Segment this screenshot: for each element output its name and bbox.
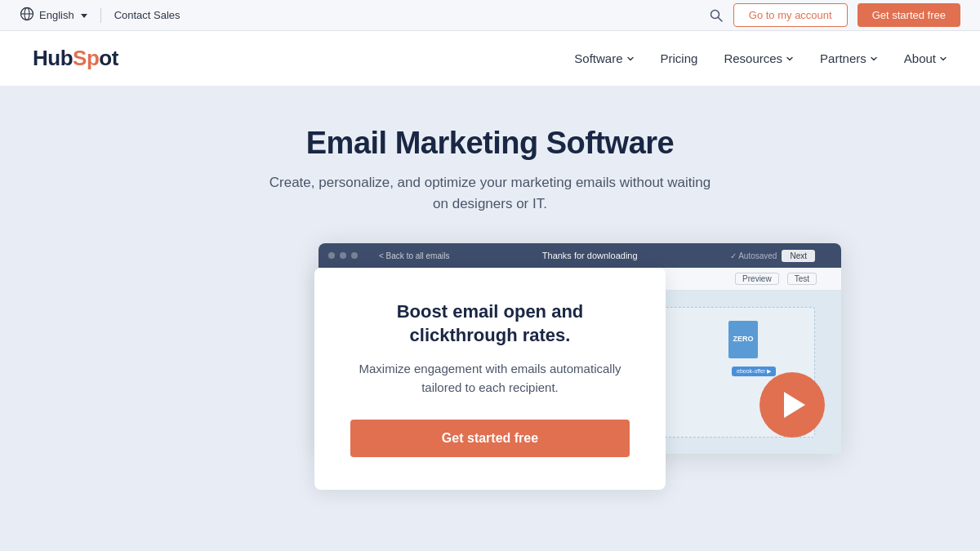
chevron-down-icon-about bbox=[939, 55, 947, 63]
browser-test-btn[interactable]: Test bbox=[787, 273, 817, 285]
go-to-account-button[interactable]: Go to my account bbox=[733, 3, 848, 27]
browser-preview-btn[interactable]: Preview bbox=[735, 273, 779, 285]
chevron-down-icon-software bbox=[626, 55, 635, 63]
browser-dot-3 bbox=[351, 252, 358, 259]
play-button[interactable] bbox=[760, 372, 825, 438]
hero-subtitle: Create, personalize, and optimize your m… bbox=[261, 172, 719, 214]
contact-sales-link[interactable]: Contact Sales bbox=[114, 9, 180, 21]
nav-item-about[interactable]: About bbox=[904, 51, 947, 65]
browser-dot-1 bbox=[328, 252, 335, 259]
logo-dot-char: p bbox=[87, 46, 99, 71]
ebook-book-container: ZERO ebook-offer ▶ bbox=[728, 321, 769, 370]
logo[interactable]: HubSpot bbox=[33, 46, 118, 71]
language-selector[interactable]: English bbox=[20, 7, 87, 24]
feature-card-subtitle: Maximize engagement with emails automati… bbox=[350, 360, 630, 397]
get-started-free-topbar-button[interactable]: Get started free bbox=[858, 3, 960, 27]
logo-hub: Hub bbox=[33, 46, 73, 71]
browser-tab-actions: Preview Test bbox=[735, 273, 817, 285]
top-bar: English Contact Sales Go to my account G… bbox=[0, 0, 980, 31]
nav-item-resources[interactable]: Resources bbox=[724, 51, 794, 65]
nav-links: Software Pricing Resources Partners Abou… bbox=[574, 51, 947, 65]
globe-icon bbox=[20, 7, 34, 24]
ebook-book: ZERO bbox=[728, 321, 758, 358]
logo-ot: ot bbox=[99, 46, 118, 71]
browser-dot-2 bbox=[340, 252, 346, 259]
language-dropdown-arrow bbox=[81, 14, 87, 18]
chevron-down-icon-resources bbox=[786, 55, 794, 63]
browser-autosaved: ✓ Autosaved Next bbox=[730, 250, 815, 262]
mockup-container: Boost email open and clickthrough rates.… bbox=[139, 243, 841, 490]
hero-section: Email Marketing Software Create, persona… bbox=[0, 87, 980, 551]
play-triangle-icon bbox=[784, 392, 805, 418]
language-label: English bbox=[39, 9, 74, 21]
ebook-offer-badge: ebook-offer ▶ bbox=[732, 367, 776, 376]
nav-about-label: About bbox=[904, 51, 936, 65]
ebook-visual: ZERO ebook-offer ▶ bbox=[728, 321, 769, 370]
browser-title-content: < Back to all emails Thanks for download… bbox=[363, 250, 831, 262]
nav-item-pricing[interactable]: Pricing bbox=[661, 51, 698, 65]
nav-resources-label: Resources bbox=[724, 51, 782, 65]
nav-bar: HubSpot Software Pricing Resources Partn… bbox=[0, 31, 980, 87]
autosaved-text: ✓ Autosaved bbox=[730, 251, 777, 260]
nav-item-software[interactable]: Software bbox=[574, 51, 634, 65]
nav-partners-label: Partners bbox=[820, 51, 866, 65]
browser-title-bar: < Back to all emails Thanks for download… bbox=[318, 243, 841, 268]
nav-item-partners[interactable]: Partners bbox=[820, 51, 878, 65]
nav-software-label: Software bbox=[574, 51, 622, 65]
feature-card-title: Boost email open and clickthrough rates. bbox=[350, 300, 630, 347]
chevron-down-icon-partners bbox=[870, 55, 878, 63]
search-button[interactable] bbox=[709, 8, 724, 23]
logo-spot: S bbox=[73, 46, 87, 71]
browser-page-title: Thanks for downloading bbox=[542, 251, 638, 260]
divider bbox=[100, 8, 101, 23]
browser-back-label[interactable]: < Back to all emails bbox=[379, 251, 449, 260]
svg-line-4 bbox=[718, 17, 722, 21]
get-started-free-card-button[interactable]: Get started free bbox=[350, 420, 630, 457]
top-bar-actions: Go to my account Get started free bbox=[709, 3, 960, 27]
browser-next-button[interactable]: Next bbox=[782, 250, 815, 262]
feature-card: Boost email open and clickthrough rates.… bbox=[314, 268, 666, 490]
hero-title: Email Marketing Software bbox=[306, 126, 674, 161]
ebook-zero-text: ZERO bbox=[733, 335, 753, 344]
nav-pricing-label: Pricing bbox=[661, 51, 698, 65]
